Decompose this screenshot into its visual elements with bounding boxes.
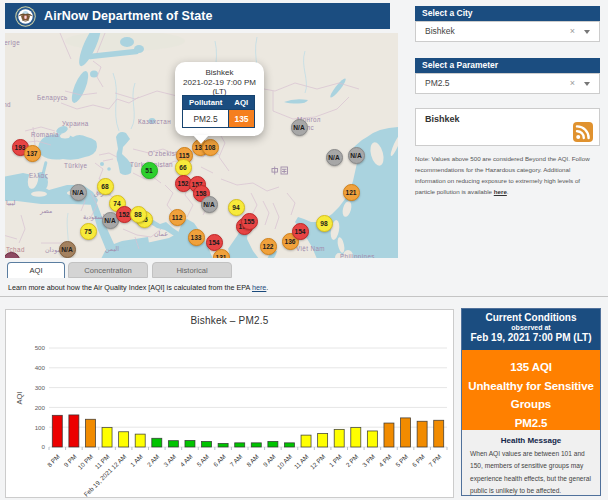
current-conditions-panel: Current Conditions observed at Feb 19, 2… <box>461 308 601 496</box>
x-tick-label: 4 AM <box>179 453 194 468</box>
x-tick-label: 1 AM <box>129 453 144 468</box>
aqi-marker-na[interactable]: N/A <box>291 119 308 136</box>
chart-plot[interactable]: 0100200300400500AQI8 PM9 PM10 PM11 PMFeb… <box>6 310 453 497</box>
aqi-marker-51[interactable]: 51 <box>141 162 158 179</box>
chart-bar-12-pm[interactable] <box>318 434 328 447</box>
chart-bar-8-am[interactable] <box>251 443 261 447</box>
current-conditions-header: Current Conditions observed at Feb 19, 2… <box>462 309 600 350</box>
aqi-marker-na[interactable]: N/A <box>201 196 218 213</box>
select-city-header: Select a City <box>415 6 600 21</box>
chart-bar-5-am[interactable] <box>202 441 212 447</box>
chart-bar-10-pm[interactable] <box>85 419 95 447</box>
popup-city: Bishkek <box>175 68 264 77</box>
x-tick-label: 6 AM <box>212 453 227 468</box>
aqi-value: 135 AQI <box>462 358 600 377</box>
y-tick-label: 0 <box>42 443 46 450</box>
chart-bar-2-am[interactable] <box>152 438 162 447</box>
map-place-label: Ελλάς <box>29 172 48 179</box>
popup-aqi-value: 135 <box>229 110 255 128</box>
app-title: AirNow Department of State <box>44 9 213 23</box>
aqi-marker-na[interactable]: N/A <box>326 149 343 166</box>
chart-bar-10-am[interactable] <box>284 443 294 447</box>
parameter-clear-icon[interactable]: × <box>570 74 575 93</box>
aqi-marker-112[interactable]: 112 <box>169 209 186 226</box>
observed-datetime: Feb 19, 2021 7:00 PM (LT) <box>462 332 600 343</box>
aqi-marker-137[interactable]: 137 <box>24 145 41 162</box>
popup-pollutant-value: PM2.5 <box>183 110 229 128</box>
divider-line <box>0 296 608 297</box>
aqi-marker-75[interactable]: 75 <box>80 223 97 240</box>
chart-bar-11-pm[interactable] <box>102 428 112 447</box>
aqi-marker-68[interactable]: 68 <box>97 178 114 195</box>
city-clear-icon[interactable]: × <box>570 22 575 41</box>
chart-bar-6-am[interactable] <box>218 443 228 447</box>
chart-bar-6-pm[interactable] <box>417 421 427 447</box>
note-link[interactable]: here <box>494 188 507 195</box>
chart-bar-1-am[interactable] <box>135 434 145 447</box>
x-tick-label: 8 PM <box>46 453 61 468</box>
city-caret-icon[interactable] <box>584 30 590 34</box>
chart-bar-11-am[interactable] <box>301 435 311 447</box>
chart-bar-3-am[interactable] <box>168 441 178 447</box>
chart-bar-9-am[interactable] <box>268 441 278 447</box>
map-place-label: ليبيا <box>6 199 16 206</box>
learn-more-suffix: . <box>266 283 268 292</box>
epa-link[interactable]: here <box>252 283 266 292</box>
map-place-label: Украина <box>62 120 89 127</box>
chart-bar-7-pm[interactable] <box>434 420 444 447</box>
current-conditions-title: Current Conditions <box>462 312 600 323</box>
x-tick-label: 8 AM <box>245 453 260 468</box>
y-tick-label: 100 <box>35 424 46 431</box>
chart-bar-9-pm[interactable] <box>69 415 79 447</box>
x-tick-label: 11 AM <box>293 453 310 470</box>
aqi-marker-66[interactable]: 66 <box>175 159 192 176</box>
aqi-marker-154[interactable]: 154 <box>206 234 223 251</box>
rss-box: Bishkek <box>415 108 600 146</box>
chart-bar-5-pm[interactable] <box>401 418 411 447</box>
aqi-category: Unhealthy for Sensitive Groups <box>462 377 600 414</box>
chart-bar-feb-19-2021-12-am[interactable] <box>119 432 129 447</box>
rss-icon[interactable] <box>573 122 593 142</box>
aqi-marker-94[interactable]: 94 <box>228 199 245 216</box>
map-place-label: Romania <box>31 131 59 138</box>
tab-aqi[interactable]: AQI <box>7 262 65 278</box>
aqi-marker-133[interactable]: 133 <box>188 229 205 246</box>
chart-bar-3-pm[interactable] <box>367 431 377 447</box>
chart-bar-4-am[interactable] <box>185 440 195 447</box>
y-tick-label: 200 <box>35 404 46 411</box>
aqi-marker-122[interactable]: 122 <box>260 238 277 255</box>
x-tick-label: 1 PM <box>328 453 343 468</box>
y-axis-title: AQI <box>15 392 24 405</box>
chart-bar-8-pm[interactable] <box>52 415 62 447</box>
aqi-marker-na[interactable]: N/A <box>59 241 76 258</box>
x-tick-label: 4 PM <box>377 453 392 468</box>
y-tick-label: 500 <box>35 344 46 351</box>
tab-concentration[interactable]: Concentration <box>68 262 148 278</box>
app-header: AirNow Department of State <box>5 3 390 29</box>
aqi-marker-88[interactable]: 88 <box>130 206 147 223</box>
dos-seal-logo <box>15 6 36 27</box>
parameter-caret-icon[interactable] <box>584 82 590 86</box>
chart-bar-2-pm[interactable] <box>351 428 361 447</box>
x-tick-label: 9 AM <box>261 453 276 468</box>
x-tick-label: 10 AM <box>276 453 294 471</box>
x-tick-label: 2 PM <box>344 453 359 468</box>
chart-bar-1-pm[interactable] <box>334 429 344 447</box>
city-select[interactable]: Bishkek × <box>415 21 600 42</box>
aqi-banner: 135 AQI Unhealthy for Sensitive Groups P… <box>462 350 600 430</box>
note-text: Note: Values above 500 are considered Be… <box>415 154 601 198</box>
chart-bar-4-pm[interactable] <box>384 423 394 447</box>
aqi-marker-155[interactable]: 155 <box>241 213 258 230</box>
aqi-marker-121[interactable]: 121 <box>343 184 360 201</box>
chart-bar-7-am[interactable] <box>235 443 245 447</box>
aqi-marker-na[interactable]: N/A <box>70 184 87 201</box>
aqi-map[interactable]: SverigeБеларусьPolandItaliaУкраинаRomani… <box>5 33 398 258</box>
aqi-marker-98[interactable]: 98 <box>316 215 333 232</box>
parameter-select[interactable]: PM2.5 × <box>415 73 600 94</box>
health-message-section: Health Message When AQI values are betwe… <box>462 436 600 498</box>
aqi-marker-154[interactable]: 154 <box>292 223 309 240</box>
aqi-marker-na[interactable]: N/A <box>348 147 365 164</box>
tab-historical[interactable]: Historical <box>152 262 232 278</box>
popup-datetime: 2021-02-19 7:00 PM <box>175 78 264 87</box>
map-place-label: Việt Nam <box>296 245 325 252</box>
